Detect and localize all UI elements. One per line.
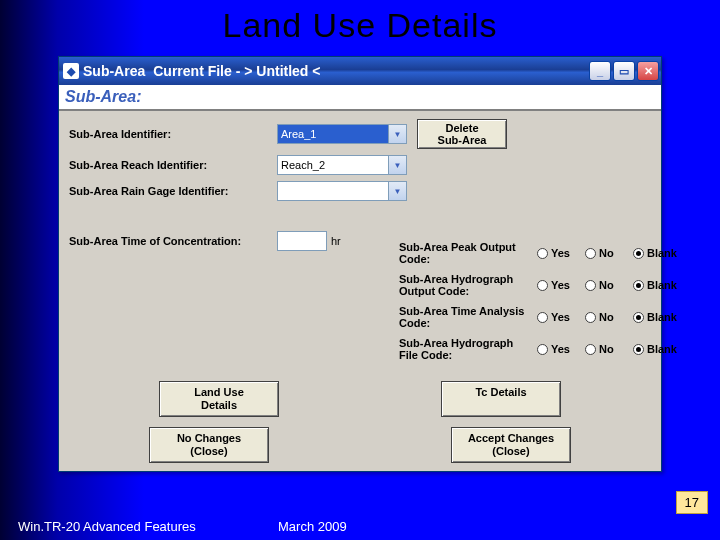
toc-input[interactable] [277, 231, 327, 251]
toc-unit: hr [331, 235, 341, 247]
chevron-down-icon: ▼ [394, 130, 402, 139]
no-changes-button[interactable]: No Changes(Close) [149, 427, 269, 463]
maximize-button[interactable]: ▭ [613, 61, 635, 81]
sub-area-id-dropdown-button[interactable]: ▼ [389, 124, 407, 144]
sub-area-id-label: Sub-Area Identifier: [69, 128, 277, 140]
header-strip: Sub-Area: [59, 85, 661, 111]
title-file: Current File - > Untitled < [153, 63, 320, 79]
hydro-file-no[interactable]: No [585, 343, 629, 355]
hydro-file-blank[interactable]: Blank [633, 343, 683, 355]
time-analysis-no[interactable]: No [585, 311, 629, 323]
radio-group-block: Sub-Area Peak Output Code: Yes No Blank … [399, 237, 699, 365]
window-controls: _ ▭ ✕ [587, 61, 659, 81]
rain-gage-label: Sub-Area Rain Gage Identifier: [69, 185, 277, 197]
bottom-buttons: Land UseDetails Tc Details No Changes(Cl… [59, 381, 661, 463]
hydro-output-blank[interactable]: Blank [633, 279, 683, 291]
app-icon: ◆ [63, 63, 79, 79]
chevron-down-icon: ▼ [394, 161, 402, 170]
accept-changes-button[interactable]: Accept Changes(Close) [451, 427, 571, 463]
footer: Win.TR-20 Advanced Features March 2009 [18, 519, 720, 534]
reach-id-input[interactable] [277, 155, 389, 175]
peak-output-blank[interactable]: Blank [633, 247, 683, 259]
slide-title: Land Use Details [0, 0, 720, 49]
peak-output-no[interactable]: No [585, 247, 629, 259]
chevron-down-icon: ▼ [394, 187, 402, 196]
page-number: 17 [676, 491, 708, 514]
rain-gage-input[interactable] [277, 181, 389, 201]
time-analysis-yes[interactable]: Yes [537, 311, 581, 323]
hydro-file-label: Sub-Area Hydrograph File Code: [399, 337, 537, 361]
reach-id-label: Sub-Area Reach Identifier: [69, 159, 277, 171]
hydro-output-no[interactable]: No [585, 279, 629, 291]
peak-output-yes[interactable]: Yes [537, 247, 581, 259]
delete-sub-area-button[interactable]: DeleteSub-Area [417, 119, 507, 149]
title-app-name: Sub-Area [83, 63, 145, 79]
sub-area-id-input[interactable] [277, 124, 389, 144]
peak-output-label: Sub-Area Peak Output Code: [399, 241, 537, 265]
land-use-details-button[interactable]: Land UseDetails [159, 381, 279, 417]
minimize-button[interactable]: _ [589, 61, 611, 81]
rain-gage-dropdown-button[interactable]: ▼ [389, 181, 407, 201]
footer-date: March 2009 [278, 519, 347, 534]
footer-left: Win.TR-20 Advanced Features [18, 519, 278, 534]
window: ◆ Sub-Area Current File - > Untitled < _… [58, 56, 662, 472]
toc-label: Sub-Area Time of Concentration: [69, 235, 277, 247]
tc-details-button[interactable]: Tc Details [441, 381, 561, 417]
time-analysis-blank[interactable]: Blank [633, 311, 683, 323]
header-label: Sub-Area: [65, 88, 141, 106]
hydro-output-label: Sub-Area Hydrograph Output Code: [399, 273, 537, 297]
time-analysis-label: Sub-Area Time Analysis Code: [399, 305, 537, 329]
reach-id-dropdown-button[interactable]: ▼ [389, 155, 407, 175]
close-button[interactable]: ✕ [637, 61, 659, 81]
titlebar: ◆ Sub-Area Current File - > Untitled < _… [59, 57, 661, 85]
hydro-output-yes[interactable]: Yes [537, 279, 581, 291]
hydro-file-yes[interactable]: Yes [537, 343, 581, 355]
